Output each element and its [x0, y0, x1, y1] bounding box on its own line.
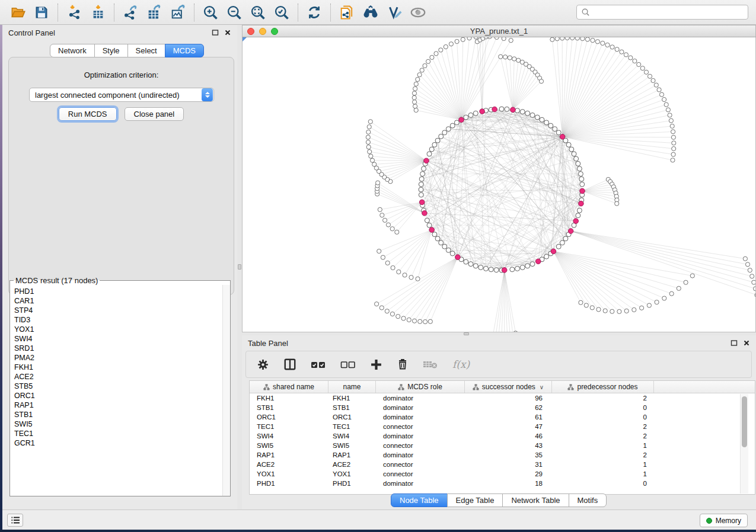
graph-node[interactable]	[572, 152, 576, 156]
graph-leaf-node[interactable]	[651, 78, 655, 82]
graph-leaf-node[interactable]	[671, 152, 675, 156]
graph-leaf-node[interactable]	[413, 86, 417, 91]
graph-leaf-node[interactable]	[385, 309, 389, 313]
graph-leaf-node[interactable]	[647, 303, 651, 307]
graph-leaf-node[interactable]	[417, 73, 422, 77]
unselect-all-icon[interactable]	[340, 359, 356, 370]
graph-hub-node[interactable]	[419, 200, 425, 205]
tab-network[interactable]: Network	[50, 44, 95, 57]
graph-node[interactable]	[446, 127, 451, 132]
graph-leaf-node[interactable]	[745, 262, 749, 267]
graph-leaf-node[interactable]	[640, 306, 644, 310]
mcds-result-item[interactable]: STB1	[14, 410, 221, 419]
graph-leaf-node[interactable]	[390, 227, 394, 231]
graph-leaf-node[interactable]	[596, 307, 601, 312]
graph-leaf-node[interactable]	[397, 270, 401, 274]
graph-node[interactable]	[435, 138, 440, 143]
graph-leaf-node[interactable]	[390, 312, 394, 316]
zoom-in-icon[interactable]	[199, 2, 222, 23]
graph-node[interactable]	[530, 262, 535, 267]
mcds-result-item[interactable]: STP4	[14, 306, 221, 315]
mcds-result-item[interactable]: ACE2	[14, 372, 221, 382]
close-panel-icon[interactable]	[743, 339, 750, 347]
graph-node[interactable]	[525, 264, 530, 268]
graph-leaf-node[interactable]	[629, 56, 633, 60]
graph-hub-node[interactable]	[560, 134, 565, 140]
graph-leaf-node[interactable]	[671, 135, 675, 139]
graph-leaf-node[interactable]	[570, 37, 575, 40]
graph-leaf-node[interactable]	[455, 39, 459, 43]
network-view[interactable]	[242, 37, 756, 332]
graph-leaf-node[interactable]	[755, 293, 755, 297]
graph-leaf-node[interactable]	[439, 48, 443, 52]
table-row[interactable]: SWI5SWI5connector431	[250, 441, 741, 450]
tab-style[interactable]: Style	[94, 44, 128, 57]
export-image-icon[interactable]	[166, 2, 190, 23]
graph-leaf-node[interactable]	[423, 320, 428, 324]
graph-leaf-node[interactable]	[579, 300, 583, 305]
graph-leaf-node[interactable]	[401, 316, 406, 321]
graph-leaf-node[interactable]	[659, 92, 664, 97]
graph-leaf-node[interactable]	[662, 97, 666, 101]
result-scrollbar[interactable]	[222, 285, 230, 496]
table-row[interactable]: TEC1TEC1connector472	[250, 422, 741, 431]
graph-leaf-node[interactable]	[575, 37, 579, 40]
graph-leaf-node[interactable]	[381, 255, 385, 259]
graph-leaf-node[interactable]	[664, 102, 668, 107]
graph-node[interactable]	[419, 177, 424, 181]
graph-leaf-node[interactable]	[413, 100, 417, 104]
table-scrollbar[interactable]	[740, 394, 748, 493]
graph-leaf-node[interactable]	[512, 57, 516, 61]
graph-leaf-node[interactable]	[395, 230, 399, 234]
graph-hub-node[interactable]	[551, 249, 556, 254]
graph-leaf-node[interactable]	[375, 302, 379, 306]
graph-leaf-node[interactable]	[555, 37, 559, 41]
graph-leaf-node[interactable]	[502, 37, 506, 41]
graph-node[interactable]	[454, 120, 459, 125]
column-header-successor-nodes[interactable]: successor nodes∨	[465, 381, 552, 393]
tab-motifs[interactable]: Motifs	[569, 493, 607, 507]
graph-leaf-node[interactable]	[413, 104, 417, 108]
graph-leaf-node[interactable]	[414, 82, 418, 86]
show-columns-icon[interactable]	[283, 358, 296, 371]
graph-leaf-node[interactable]	[396, 315, 400, 319]
graph-hub-node[interactable]	[424, 158, 429, 164]
table-row[interactable]: YOX1YOX1connector291	[250, 469, 741, 479]
mcds-result-item[interactable]: FKH1	[14, 363, 221, 372]
float-panel-icon[interactable]	[731, 339, 738, 347]
table-scrollbar-thumb[interactable]	[742, 396, 747, 447]
graph-leaf-node[interactable]	[391, 265, 395, 270]
graph-leaf-node[interactable]	[428, 319, 432, 323]
table-row[interactable]: FKH1FKH1dominator962	[250, 393, 741, 403]
graph-leaf-node[interactable]	[474, 37, 478, 39]
graph-leaf-node[interactable]	[669, 291, 674, 296]
graph-node[interactable]	[578, 172, 583, 177]
graph-leaf-node[interactable]	[461, 37, 465, 41]
save-session-icon[interactable]	[30, 2, 53, 23]
graph-leaf-node[interactable]	[416, 277, 420, 281]
style-visibility-icon[interactable]	[382, 2, 406, 23]
graph-node[interactable]	[468, 113, 473, 117]
search-input[interactable]	[590, 8, 744, 17]
graph-leaf-node[interactable]	[372, 162, 377, 166]
graph-leaf-node[interactable]	[426, 59, 430, 63]
graph-leaf-node[interactable]	[430, 55, 434, 59]
graph-leaf-node[interactable]	[624, 309, 629, 313]
search-network-icon[interactable]	[359, 2, 382, 23]
show-hide-eye-icon[interactable]	[406, 2, 430, 23]
graph-node[interactable]	[432, 142, 437, 147]
graph-hub-node[interactable]	[459, 117, 464, 123]
graph-node[interactable]	[525, 111, 530, 116]
apply-layout-icon[interactable]	[302, 2, 326, 23]
graph-node[interactable]	[422, 166, 426, 171]
graph-leaf-node[interactable]	[367, 125, 371, 129]
graph-node[interactable]	[419, 193, 423, 197]
graph-leaf-node[interactable]	[615, 47, 619, 52]
zoom-out-icon[interactable]	[222, 2, 246, 23]
graph-leaf-node[interactable]	[750, 274, 754, 278]
graph-leaf-node[interactable]	[423, 63, 427, 68]
table-row[interactable]: ORC1ORC1dominator610	[250, 412, 741, 422]
graph-leaf-node[interactable]	[366, 135, 370, 139]
graph-hub-node[interactable]	[429, 227, 435, 233]
graph-leaf-node[interactable]	[513, 331, 518, 332]
